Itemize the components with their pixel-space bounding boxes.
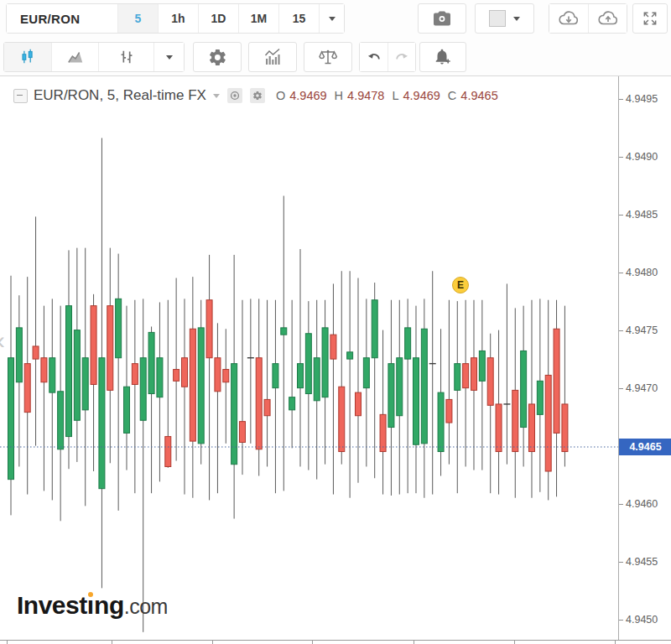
low-label: L — [392, 89, 398, 102]
candlestick-chart-icon — [18, 48, 37, 66]
timeframe-label: 15 — [293, 12, 306, 25]
gear-icon — [252, 91, 263, 101]
logo-brand-text: ng — [94, 591, 124, 620]
low-value: 4.9469 — [403, 89, 440, 102]
axis-price-label: 4.9450 — [626, 614, 658, 626]
collapse-panel-chevron-icon[interactable]: ‹ — [0, 328, 5, 353]
axis-price-label: 4.9455 — [626, 556, 658, 568]
time-axis-tick — [112, 641, 112, 644]
chart-type-bars-button[interactable] — [98, 43, 153, 71]
chart-type-dropdown-button[interactable] — [153, 43, 184, 71]
timeframe-dropdown-button[interactable] — [319, 4, 344, 33]
caret-down-icon — [166, 55, 173, 60]
fullscreen-icon — [642, 10, 658, 27]
close-label: C — [448, 89, 456, 102]
bar-chart-icon — [117, 48, 136, 66]
indicators-icon — [263, 47, 283, 67]
save-layout-button[interactable] — [588, 4, 627, 33]
load-layout-button[interactable] — [549, 4, 588, 33]
high-value: 4.9478 — [347, 89, 384, 102]
time-axis-tick — [7, 641, 8, 644]
ohlc-readout: O4.9469 H4.9478 L4.9469 C4.9465 — [276, 89, 502, 102]
chart-legend: EUR/RON, 5, Real-time FX O4.9469 H4.9478… — [13, 87, 502, 104]
caret-down-icon[interactable] — [213, 94, 220, 98]
symbol-timeframe-group: EUR/RON 5 1h 1D 1M 15 — [6, 3, 345, 34]
timeframe-button-1m[interactable]: 1M — [238, 4, 278, 33]
timeframe-button-1h[interactable]: 1h — [158, 4, 198, 33]
settings-gear-icon — [208, 48, 227, 67]
logo-orange-dot — [88, 592, 93, 597]
chart-type-group — [3, 42, 185, 72]
symbol-label: EUR/RON — [20, 12, 80, 26]
time-axis-tick — [312, 641, 313, 644]
compare-scales-icon — [318, 47, 338, 67]
area-chart-icon — [66, 48, 85, 66]
economic-event-marker[interactable]: E — [452, 277, 469, 293]
indicators-button[interactable] — [248, 42, 297, 72]
cloud-upload-icon — [597, 9, 619, 28]
axis-price-label: 4.9495 — [626, 93, 658, 105]
chart-type-area-button[interactable] — [51, 43, 98, 71]
timeframe-button-15[interactable]: 15 — [278, 4, 319, 33]
eye-icon — [230, 91, 240, 101]
caret-down-icon — [513, 17, 520, 21]
redo-button[interactable] — [388, 43, 415, 71]
logo-tld-text: .com — [124, 595, 168, 619]
caret-down-icon — [329, 17, 336, 21]
timeframe-label: 1h — [171, 12, 185, 25]
create-alert-button[interactable] — [419, 42, 466, 72]
fullscreen-button[interactable] — [632, 3, 668, 34]
logo-brand-text: Invest — [17, 591, 87, 620]
alert-bell-icon — [433, 47, 453, 67]
camera-icon — [432, 8, 452, 29]
legend-settings-button[interactable] — [250, 88, 265, 103]
cloud-save-group — [549, 3, 627, 34]
high-label: H — [335, 89, 343, 102]
redo-icon — [393, 49, 410, 65]
axis-price-label: 4.9485 — [626, 209, 658, 221]
price-axis[interactable]: 4.9465 4.94954.94904.94854.94804.94754.9… — [618, 76, 671, 640]
axis-price-label: 4.9475 — [626, 325, 658, 336]
timeframe-label: 5 — [135, 12, 142, 25]
legend-title[interactable]: EUR/RON, 5, Real-time FX — [34, 87, 206, 104]
symbol-box[interactable]: EUR/RON — [7, 4, 117, 33]
close-value: 4.9465 — [460, 89, 497, 102]
undo-button[interactable] — [360, 43, 388, 71]
compare-button[interactable] — [304, 42, 352, 72]
axis-price-label: 4.9490 — [626, 151, 658, 163]
chart-type-candlestick-button[interactable] — [4, 43, 51, 71]
open-value: 4.9469 — [289, 89, 326, 102]
undo-icon — [366, 49, 382, 65]
time-axis-tick — [514, 641, 515, 644]
time-axis-tick — [414, 641, 414, 644]
current-price-tag: 4.9465 — [619, 439, 671, 455]
background-style-button[interactable] — [475, 3, 534, 34]
chart-settings-button[interactable] — [193, 42, 242, 72]
cloud-download-icon — [558, 9, 580, 28]
candlestick-plot[interactable] — [0, 76, 618, 635]
undo-redo-group — [359, 42, 416, 72]
time-axis-tick — [212, 641, 213, 644]
time-axis-tick — [615, 641, 616, 644]
axis-price-label: 4.9480 — [626, 267, 658, 278]
chart-area[interactable]: EUR/RON, 5, Real-time FX O4.9469 H4.9478… — [0, 75, 671, 644]
timeframe-label: 1D — [211, 12, 226, 25]
axis-price-label: 4.9460 — [626, 498, 658, 510]
investing-logo: Invest ı ng .com — [17, 591, 168, 620]
timeframe-button-5[interactable]: 5 — [117, 4, 158, 33]
timeframe-button-1d[interactable]: 1D — [198, 4, 238, 33]
axis-price-label: 4.9470 — [626, 382, 658, 394]
legend-collapse-button[interactable] — [13, 89, 28, 103]
trading-chart-app: EUR/RON 5 1h 1D 1M 15 — [0, 0, 671, 644]
timeframe-label: 1M — [251, 12, 267, 25]
snapshot-style-swatch — [489, 10, 506, 27]
open-label: O — [276, 89, 285, 102]
logo-brand-i: ı — [87, 591, 94, 620]
legend-visibility-button[interactable] — [227, 88, 242, 103]
snapshot-camera-button[interactable] — [418, 3, 466, 34]
time-axis[interactable] — [0, 640, 671, 641]
